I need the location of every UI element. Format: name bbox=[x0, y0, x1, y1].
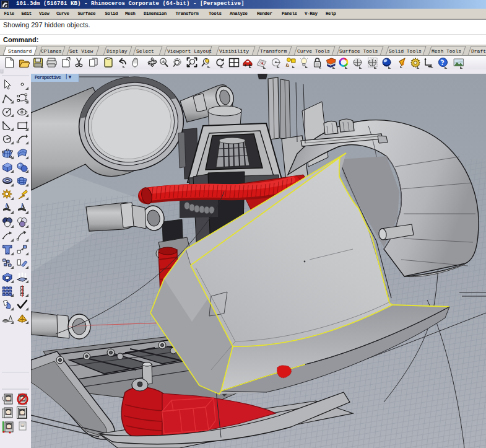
svg-text:Standard: Standard bbox=[8, 48, 32, 54]
svg-text:Set View: Set View bbox=[69, 48, 93, 54]
svg-text:Surface Tools: Surface Tools bbox=[339, 48, 378, 54]
svg-text:Transform: Transform bbox=[260, 48, 287, 54]
svg-text:?: ? bbox=[441, 58, 445, 67]
svg-text:Mesh Tools: Mesh Tools bbox=[432, 48, 461, 54]
svg-text:Solid Tools: Solid Tools bbox=[389, 48, 422, 54]
svg-text:Viewport Layout: Viewport Layout bbox=[167, 48, 212, 54]
svg-text:Select: Select bbox=[136, 48, 154, 54]
svg-text:Draft: Draft bbox=[471, 48, 486, 54]
svg-text:Visibility: Visibility bbox=[219, 48, 249, 54]
svg-text:Curve Tools: Curve Tools bbox=[297, 48, 330, 54]
svg-text:Display: Display bbox=[106, 48, 128, 54]
svg-text:CPlanes: CPlanes bbox=[41, 48, 62, 54]
